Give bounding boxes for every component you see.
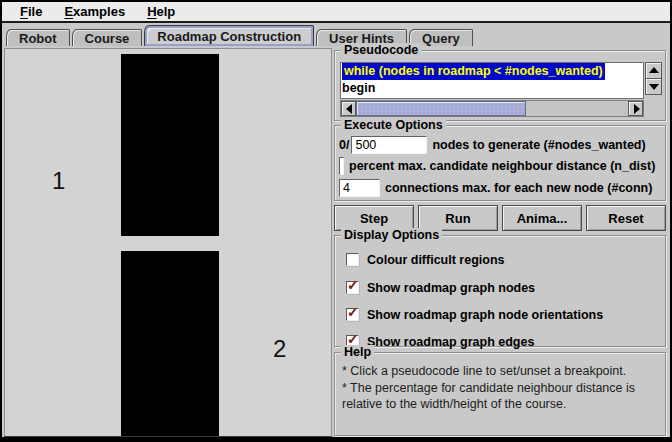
pseudocode-panel: Pseudocode while (nodes in roadmap < #no… (334, 50, 666, 121)
obstacle-label-1: 1 (52, 167, 65, 195)
pseudocode-title: Pseudocode (341, 43, 421, 57)
neighbour-distance-row: percent max. candidate neighbour distanc… (339, 157, 663, 175)
nodes-wanted-label: nodes to generate (#nodes_wanted) (432, 138, 645, 152)
help-line-1: * Click a pseudocode line to set/unset a… (342, 363, 660, 380)
animate-button[interactable]: Anima... (502, 205, 582, 231)
obstacle-label-2: 2 (273, 335, 286, 363)
arrow-left-icon (346, 104, 352, 114)
display-options-panel: Display Options ✓ Colour difficult regio… (334, 235, 666, 347)
obstacle-rect-2 (121, 251, 219, 436)
scroll-left-button[interactable] (341, 101, 356, 116)
menu-bar: File Examples Help (2, 2, 670, 23)
progress-prefix-label: 0/ (339, 138, 349, 152)
checkbox-label: Show roadmap graph node orientations (367, 308, 603, 322)
tab-robot-label: Robot (19, 31, 57, 46)
checkbox-label: Show roadmap graph edges (367, 335, 534, 349)
hscroll-track[interactable] (356, 101, 628, 116)
pseudocode-line-1-text: while (nodes in roadmap < #nodes_wanted) (342, 63, 605, 80)
menu-file[interactable]: File (10, 3, 52, 21)
menu-examples[interactable]: Examples (54, 3, 135, 21)
help-text: * Click a pseudocode line to set/unset a… (342, 363, 660, 413)
menu-examples-label: xamples (73, 4, 125, 19)
check-mark-icon: ✓ (347, 278, 359, 292)
pseudocode-scrollpane: while (nodes in roadmap < #nodes_wanted)… (340, 62, 662, 117)
checkbox-show-roadmap-nodes[interactable]: ✓ Show roadmap graph nodes (346, 280, 535, 295)
connections-row: connections max. for each new node (#con… (339, 179, 663, 197)
tab-robot[interactable]: Robot (6, 29, 70, 46)
course-canvas[interactable]: 1 2 (4, 48, 332, 437)
scroll-up-button[interactable] (645, 62, 662, 79)
pseudocode-line-2-text: begin (342, 81, 375, 95)
hscroll-thumb[interactable] (356, 101, 526, 116)
neighbour-distance-field[interactable] (339, 157, 344, 175)
app-window: File Examples Help Robot Course Roadmap … (0, 0, 672, 442)
checkbox-colour-difficult-regions[interactable]: ✓ Colour difficult regions (346, 252, 505, 267)
display-options-title: Display Options (341, 228, 442, 242)
arrow-down-icon (649, 84, 659, 90)
help-panel: Help * Click a pseudocode line to set/un… (334, 352, 666, 436)
checkbox-icon[interactable]: ✓ (346, 281, 359, 294)
menu-help[interactable]: Help (137, 3, 185, 21)
checkbox-label: Colour difficult regions (367, 253, 505, 267)
pseudocode-line-1[interactable]: while (nodes in roadmap < #nodes_wanted) (341, 63, 643, 80)
pseudocode-list[interactable]: while (nodes in roadmap < #nodes_wanted)… (340, 62, 644, 99)
obstacle-rect-1 (121, 54, 219, 236)
tab-query-label: Query (422, 31, 460, 46)
execute-options-title: Execute Options (341, 118, 446, 132)
menu-file-mnemonic: F (20, 4, 28, 19)
tab-course[interactable]: Course (72, 29, 143, 46)
arrow-up-icon (649, 67, 659, 73)
menu-help-label: elp (157, 4, 176, 19)
tab-content: 1 2 Pseudocode while (nodes in roadmap <… (2, 46, 670, 437)
checkbox-show-node-orientations[interactable]: ✓ Show roadmap graph node orientations (346, 307, 603, 322)
tab-roadmap-construction[interactable]: Roadmap Construction (144, 25, 314, 46)
connections-label: connections max. for each new node (#con… (385, 181, 652, 195)
pseudocode-horizontal-scrollbar[interactable] (340, 100, 644, 117)
scroll-right-button[interactable] (628, 101, 643, 116)
help-title: Help (341, 345, 374, 359)
menu-file-label: ile (28, 4, 42, 19)
nodes-wanted-field[interactable] (351, 136, 427, 154)
reset-button[interactable]: Reset (586, 205, 666, 231)
tab-roadmap-construction-label: Roadmap Construction (157, 29, 301, 44)
arrow-right-icon (634, 104, 640, 114)
menu-examples-mnemonic: E (64, 4, 73, 19)
tab-course-label: Course (85, 31, 130, 46)
check-mark-icon: ✓ (347, 305, 359, 319)
pseudocode-line-2[interactable]: begin (341, 80, 643, 97)
help-line-2: * The percentage for candidate neighbour… (342, 380, 660, 413)
check-mark-icon: ✓ (347, 332, 359, 346)
connections-field[interactable] (339, 179, 380, 197)
scroll-down-button[interactable] (645, 78, 662, 95)
execute-options-panel: Execute Options 0/ nodes to generate (#n… (334, 125, 666, 201)
tab-bar: Robot Course Roadmap Construction User H… (2, 25, 670, 46)
checkbox-label: Show roadmap graph nodes (367, 281, 535, 295)
menu-help-mnemonic: H (147, 4, 156, 19)
checkbox-icon[interactable]: ✓ (346, 253, 359, 266)
nodes-wanted-row: 0/ nodes to generate (#nodes_wanted) (339, 136, 663, 154)
pseudocode-vertical-scrollbar[interactable] (645, 62, 662, 117)
neighbour-distance-label: percent max. candidate neighbour distanc… (349, 159, 655, 173)
checkbox-show-graph-edges[interactable]: ✓ Show roadmap graph edges (346, 334, 534, 349)
checkbox-icon[interactable]: ✓ (346, 308, 359, 321)
